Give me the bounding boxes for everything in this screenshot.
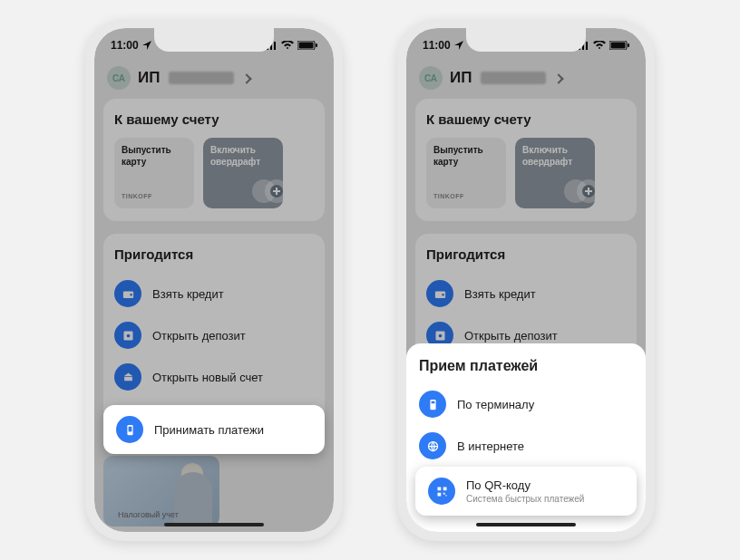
wallet-icon	[426, 280, 453, 307]
phone-left: 11:00 СА ИП К вашему счету Выпустить	[85, 19, 343, 541]
overdraft-graphic	[564, 179, 600, 203]
sheet-title: Прием платежей	[419, 358, 633, 374]
bank-icon	[114, 363, 141, 391]
useful-card: Пригодится Взять кредит Открыть депозит	[415, 234, 637, 360]
notch	[154, 28, 274, 52]
svg-rect-3	[274, 42, 276, 50]
avatar: СА	[419, 66, 443, 90]
tile-issue-card[interactable]: Выпустить карту TINKOFF	[114, 138, 194, 208]
account-card: К вашему счету Выпустить карту TINKOFF В…	[103, 99, 325, 221]
wallet-icon	[114, 280, 141, 307]
sheet-item-terminal[interactable]: По терминалу	[419, 383, 633, 425]
svg-rect-31	[445, 495, 446, 496]
account-header[interactable]: СА ИП	[94, 63, 334, 99]
home-indicator[interactable]	[476, 523, 576, 526]
account-header[interactable]: СА ИП	[406, 63, 646, 99]
plus-icon	[582, 185, 595, 198]
status-time: 11:00	[423, 39, 451, 52]
brand-label: TINKOFF	[122, 193, 152, 201]
useful-section-title: Пригодится	[426, 246, 626, 262]
promo-figure	[181, 463, 203, 485]
svg-point-23	[438, 333, 442, 337]
header-prefix: ИП	[138, 69, 160, 87]
header-prefix: ИП	[450, 69, 472, 87]
terminal-icon	[419, 391, 446, 418]
account-section-title: К вашему счету	[426, 111, 626, 127]
list-item-accept-payments[interactable]: Принимать платежи	[103, 405, 325, 454]
svg-rect-27	[437, 487, 441, 490]
svg-rect-12	[128, 426, 131, 431]
sheet-item-internet[interactable]: В интернете	[419, 425, 633, 467]
location-icon	[454, 41, 463, 50]
location-icon	[142, 41, 151, 50]
wifi-icon	[281, 41, 294, 50]
phone-right: 11:00 СА ИП К вашему счету Выпустить	[397, 19, 655, 541]
svg-point-8	[130, 293, 132, 295]
payments-icon	[116, 416, 143, 443]
sheet-item-qr[interactable]: По QR-коду Система быстрых платежей	[415, 467, 637, 516]
svg-point-21	[442, 293, 444, 295]
promo-caption: Налоговый учет	[118, 510, 332, 519]
svg-rect-19	[628, 43, 629, 47]
list-item-new-account[interactable]: Открыть новый счет	[114, 356, 314, 398]
tile-overdraft[interactable]: Включить овердрафт	[203, 138, 283, 208]
overdraft-graphic	[252, 179, 288, 203]
svg-rect-29	[437, 492, 441, 496]
svg-rect-28	[443, 487, 446, 490]
useful-section-title: Пригодится	[114, 246, 314, 262]
svg-rect-18	[611, 43, 626, 49]
wifi-icon	[593, 41, 606, 50]
svg-rect-24	[430, 399, 435, 409]
chevron-right-icon	[554, 73, 564, 83]
tile-overdraft[interactable]: Включить овердрафт	[515, 138, 595, 208]
tile-issue-card[interactable]: Выпустить карту TINKOFF	[426, 138, 506, 208]
svg-rect-30	[443, 492, 444, 494]
svg-rect-6	[316, 43, 317, 47]
svg-point-10	[126, 333, 130, 337]
avatar: СА	[107, 66, 131, 90]
account-card: К вашему счету Выпустить карту TINKOFF В…	[415, 99, 637, 221]
qr-icon	[428, 478, 455, 505]
globe-icon	[419, 432, 446, 459]
list-item-credit[interactable]: Взять кредит	[426, 273, 626, 314]
battery-icon	[297, 41, 317, 50]
svg-rect-25	[431, 401, 434, 403]
svg-rect-16	[586, 42, 588, 50]
screen: 11:00 СА ИП К вашему счету Выпустить	[406, 28, 646, 532]
notch	[466, 28, 586, 52]
battery-icon	[609, 41, 629, 50]
header-name-blurred	[481, 72, 546, 84]
home-indicator[interactable]	[164, 523, 264, 526]
plus-icon	[270, 185, 283, 198]
account-section-title: К вашему счету	[114, 111, 314, 127]
status-time: 11:00	[111, 39, 139, 52]
header-name-blurred	[169, 72, 234, 84]
safe-icon	[114, 322, 141, 349]
chevron-right-icon	[242, 73, 252, 83]
screen: 11:00 СА ИП К вашему счету Выпустить	[94, 28, 334, 532]
list-item-credit[interactable]: Взять кредит	[114, 273, 314, 314]
list-item-deposit[interactable]: Открыть депозит	[114, 314, 314, 356]
brand-label: TINKOFF	[433, 193, 464, 201]
svg-rect-5	[299, 43, 314, 49]
